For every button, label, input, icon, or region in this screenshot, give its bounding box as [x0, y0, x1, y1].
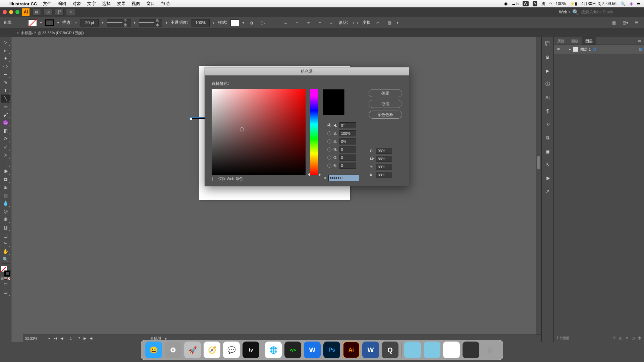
chevron-down-icon[interactable]: ▾	[134, 21, 136, 24]
mesh-tool[interactable]: ⊞	[1, 183, 10, 191]
properties-panel-icon[interactable]: ⿸	[544, 40, 551, 48]
character-panel-icon[interactable]: A|	[544, 94, 551, 101]
dock-illustrator[interactable]: Ai	[343, 342, 360, 358]
hue-slider[interactable]	[310, 89, 318, 175]
symbol-sprayer-tool[interactable]: ❋	[1, 215, 10, 223]
paragraph-panel-icon[interactable]: ¶	[544, 107, 551, 115]
paintbrush-tool[interactable]: 🖌	[1, 111, 10, 119]
graph-tool[interactable]: ▥	[1, 223, 10, 231]
chevron-down-icon[interactable]: ▾	[77, 336, 82, 341]
chevron-right-icon[interactable]: ▸	[213, 21, 215, 24]
fill-stroke-control[interactable]	[1, 266, 10, 277]
delete-layer-icon[interactable]: 🗑	[638, 336, 641, 340]
chevron-down-icon[interactable]: ▾	[40, 21, 42, 24]
stroke-swatch[interactable]	[45, 19, 54, 26]
menu-window[interactable]: 窗口	[146, 1, 155, 7]
style-swatch[interactable]	[230, 19, 239, 26]
status-spotlight-icon[interactable]: 🔍	[621, 1, 626, 6]
panel-menu-icon[interactable]: ☰	[633, 19, 641, 26]
slice-tool[interactable]: ✂	[1, 239, 10, 247]
align-menu-icon[interactable]: ⎕▾	[259, 19, 267, 26]
h-input[interactable]	[339, 122, 356, 128]
sv-picker-indicator[interactable]	[240, 127, 244, 131]
web-only-checkbox[interactable]	[212, 177, 216, 181]
opacity-input[interactable]	[192, 19, 210, 26]
ok-button[interactable]: 确定	[369, 89, 402, 97]
layer-row[interactable]: 👁 ▸ 图层 1	[554, 45, 644, 54]
css-panel-icon[interactable]: ◉	[544, 174, 551, 182]
k-input[interactable]	[376, 172, 392, 178]
info-panel-icon[interactable]: ⓘ	[544, 80, 551, 88]
align-hcenter-icon[interactable]: ⫠	[282, 19, 290, 26]
dock-minimized-1[interactable]	[443, 342, 460, 358]
g-input[interactable]	[339, 155, 356, 161]
dock-launchpad[interactable]: 🚀	[184, 342, 201, 358]
align-left-icon[interactable]: ⫞	[270, 19, 278, 26]
align-right-icon[interactable]: ⫟	[293, 19, 301, 26]
dock-chrome[interactable]: 🌐	[265, 342, 282, 358]
stroke-stepper-icon[interactable]: ≎	[75, 21, 77, 24]
dock-terminal[interactable]: </>	[284, 342, 301, 358]
b-radio[interactable]	[327, 139, 331, 143]
chevron-down-icon[interactable]: ▾	[243, 21, 244, 24]
info-play-icon[interactable]: ▸	[165, 337, 167, 340]
status-control-icon[interactable]: ☰	[637, 1, 641, 6]
new-layer-icon[interactable]: ▢	[632, 336, 635, 340]
make-clipping-icon[interactable]: ◰	[619, 336, 622, 340]
dock-minimized-2[interactable]	[463, 342, 479, 358]
pen-tool[interactable]: ✒	[1, 70, 10, 78]
c-input[interactable]	[376, 148, 392, 154]
chevron-down-icon[interactable]: ▾	[48, 337, 50, 340]
preferences-icon[interactable]: ▤▾	[621, 19, 629, 26]
stroke-color-swatch[interactable]	[4, 270, 10, 277]
eraser-tool[interactable]: ◧	[1, 127, 10, 135]
next-page-icon[interactable]: ▶	[82, 336, 88, 341]
app-menu[interactable]: Illustrator CC	[9, 1, 37, 6]
rectangle-tool[interactable]: ▭	[1, 103, 10, 111]
actions-panel-icon[interactable]: ▶	[544, 67, 551, 74]
dock-settings[interactable]: ⚙	[165, 342, 181, 358]
last-page-icon[interactable]: ⏭	[88, 336, 95, 341]
tab-properties[interactable]: 属性	[554, 37, 568, 45]
status-wifi-icon[interactable]: ⌔	[549, 1, 552, 6]
selection-tool[interactable]: ▷	[1, 38, 10, 46]
cancel-button[interactable]: 取消	[369, 100, 402, 108]
perspective-tool[interactable]: ▦	[1, 175, 10, 183]
br-button[interactable]: Br	[32, 9, 41, 15]
locate-layer-icon[interactable]: ↸	[613, 336, 616, 340]
doc-setup-icon[interactable]: ▦	[610, 19, 618, 26]
close-window-button[interactable]	[3, 10, 7, 14]
stroke-profile-dropdown[interactable]: 等比	[107, 19, 130, 26]
shape-builder-tool[interactable]: ◉	[1, 167, 10, 175]
opentype-panel-icon[interactable]: 𝒪	[544, 121, 551, 128]
direct-selection-tool[interactable]: ▹	[1, 46, 10, 54]
r-radio[interactable]	[327, 147, 331, 152]
dock-photoshop[interactable]: Ps	[323, 342, 340, 358]
align-vcenter-icon[interactable]: ⫩	[316, 19, 324, 26]
recolor-icon[interactable]: ◑	[248, 19, 256, 26]
expand-layer-icon[interactable]: ▸	[569, 48, 571, 51]
layer-target-icon[interactable]	[593, 48, 596, 51]
first-page-icon[interactable]: ⏮	[52, 336, 58, 341]
menu-file[interactable]: 文件	[43, 1, 52, 7]
s-input[interactable]	[339, 130, 356, 136]
hex-input[interactable]	[328, 175, 359, 181]
bb-input[interactable]	[339, 163, 356, 169]
export-panel-icon[interactable]: ↗	[544, 188, 551, 195]
zoom-level[interactable]: 33.33%	[25, 337, 46, 341]
layer-name[interactable]: 图层 1	[580, 47, 591, 52]
isolate-icon[interactable]: ✂	[374, 19, 382, 26]
scale-tool[interactable]: ⤢	[1, 143, 10, 151]
screen-mode-button[interactable]: ▭	[1, 288, 10, 296]
menu-text[interactable]: 文字	[87, 1, 96, 7]
saturation-value-picker[interactable]	[212, 89, 306, 175]
gpu-button[interactable]: ↯	[66, 9, 75, 15]
rotate-tool[interactable]: ⟳	[1, 135, 10, 143]
g-radio[interactable]	[327, 156, 331, 160]
align-top-icon[interactable]: ⫧	[305, 19, 313, 26]
y-input[interactable]	[376, 164, 392, 170]
r-input[interactable]	[339, 146, 356, 153]
web-only-checkbox-row[interactable]: 仅限 Web 颜色	[212, 176, 243, 181]
menu-select[interactable]: 选择	[102, 1, 111, 7]
chevron-down-icon[interactable]: ▾	[57, 21, 59, 24]
